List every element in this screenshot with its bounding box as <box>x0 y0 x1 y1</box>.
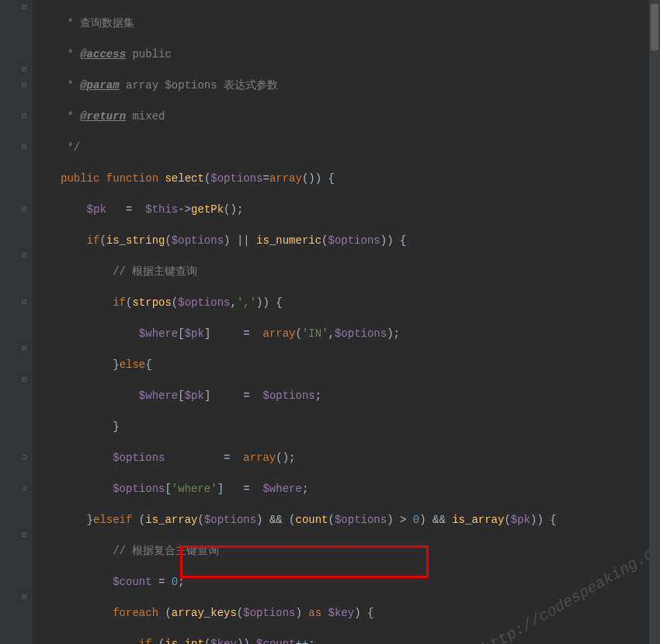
fn: is_array <box>452 514 504 526</box>
kw: elseif <box>93 514 132 526</box>
var: $options <box>113 483 165 495</box>
fold-icon[interactable]: ⊟ <box>22 295 30 303</box>
var: $options <box>204 514 256 526</box>
kw: as <box>308 607 321 619</box>
fn: count <box>296 514 328 526</box>
scrollbar-track[interactable] <box>649 0 660 644</box>
fn: is_array <box>145 514 197 526</box>
kw: array <box>243 452 276 464</box>
str: 'where' <box>172 483 217 495</box>
var: $where <box>139 390 178 402</box>
doctag: @param <box>80 79 119 92</box>
fold-icon[interactable]: ⊟ <box>22 248 30 256</box>
var: $where <box>139 327 178 340</box>
fn: is_string <box>106 234 165 247</box>
fold-icon[interactable]: ⊐ <box>22 450 30 458</box>
var: $pk <box>185 390 204 402</box>
fn: is_numeric <box>256 234 321 247</box>
var: $where <box>262 483 301 495</box>
fold-icon[interactable]: ⊟ <box>22 78 30 85</box>
fold-icon[interactable]: ⊟ <box>22 528 30 535</box>
comment: array $options 表达式参数 <box>120 79 278 92</box>
kw: if <box>113 296 126 309</box>
kw: public <box>61 172 99 185</box>
fn-name: select <box>165 172 203 185</box>
comment: * <box>61 110 80 123</box>
var: $options <box>335 514 387 526</box>
fn: getPk <box>191 203 224 216</box>
var: $key <box>210 638 237 644</box>
var: $this <box>145 203 178 216</box>
var: $count <box>256 638 295 644</box>
comment: */ <box>61 141 80 154</box>
doctag: @access <box>80 48 126 61</box>
fold-icon[interactable]: ⊟ <box>22 590 30 597</box>
fold-icon[interactable]: ⊟ <box>22 0 30 8</box>
var: $options <box>113 452 165 464</box>
var: $pk <box>185 327 204 340</box>
num: 0 <box>172 576 178 588</box>
code-content[interactable]: * 查询数据集 * @access public * @param array … <box>33 0 660 644</box>
kw: array <box>263 327 296 340</box>
comment: // 根据复合主键查询 <box>113 545 219 557</box>
comment: // 根据主键查询 <box>113 265 197 278</box>
fold-icon[interactable]: ⊟ <box>22 62 30 70</box>
kw: function <box>106 172 158 185</box>
var: $options <box>263 390 315 402</box>
var: $pk <box>87 203 106 216</box>
comment: mixed <box>126 110 165 123</box>
kw: array <box>269 172 302 185</box>
var: $options <box>335 327 387 340</box>
kw: foreach <box>113 607 158 619</box>
kw: if <box>87 234 100 247</box>
fold-icon[interactable]: ⊟ <box>22 372 30 380</box>
fn: is_int <box>165 638 203 644</box>
comment: * <box>61 48 80 61</box>
fold-icon[interactable]: ⊟ <box>22 202 30 209</box>
var: $options <box>172 234 224 247</box>
var: $options <box>210 172 262 185</box>
comment: public <box>126 48 172 61</box>
var: $options <box>178 296 230 309</box>
comment: * <box>61 79 80 92</box>
kw: if <box>139 638 152 644</box>
fold-icon[interactable]: ⊟ <box>22 140 30 147</box>
var: $options <box>328 234 380 247</box>
code-editor: ⊟⊟⊟⊟⊟⊟⊟⊟⊟⊟⊐⊐⊟⊟ * 查询数据集 * @access public … <box>0 0 660 644</box>
gutter: ⊟⊟⊟⊟⊟⊟⊟⊟⊟⊟⊐⊐⊟⊟ <box>0 0 33 644</box>
var: $options <box>243 607 295 619</box>
var: $key <box>328 607 355 619</box>
fold-icon[interactable]: ⊐ <box>22 481 30 489</box>
fn: array_keys <box>172 607 237 619</box>
kw: else <box>120 358 146 371</box>
fold-icon[interactable]: ⊟ <box>22 109 30 116</box>
var: $count <box>113 576 151 588</box>
fn: strpos <box>132 296 171 309</box>
str: 'IN' <box>302 327 328 340</box>
scrollbar-thumb[interactable] <box>651 4 658 50</box>
doctag: @return <box>80 110 126 123</box>
fold-icon[interactable]: ⊟ <box>22 341 30 349</box>
str: ',' <box>237 296 256 309</box>
comment: * 查询数据集 <box>61 17 134 29</box>
num: 0 <box>413 514 419 526</box>
var: $pk <box>511 514 530 526</box>
